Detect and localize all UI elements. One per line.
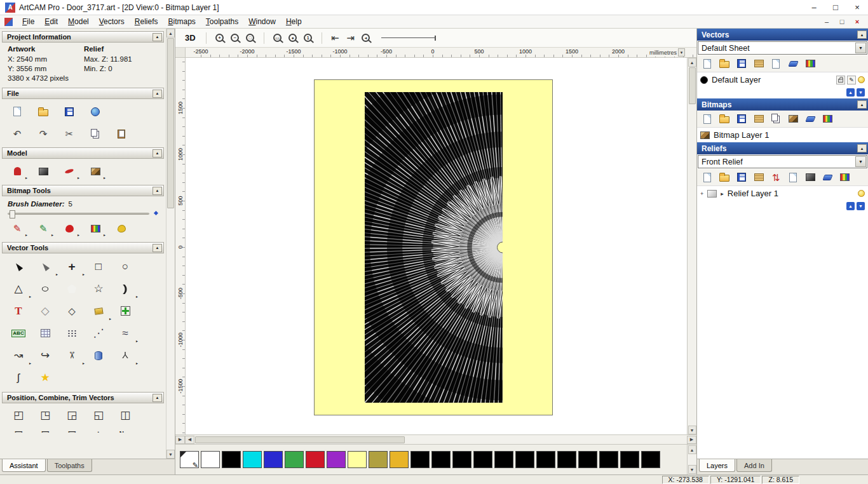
colour-swatch[interactable]	[473, 451, 492, 468]
collapse-icon[interactable]: ▲	[153, 33, 162, 41]
create-circle-icon[interactable]: ○	[112, 255, 139, 278]
colour-swatch[interactable]	[452, 451, 471, 468]
chevron-right-icon[interactable]: ▸	[721, 191, 724, 197]
colour-swatch[interactable]	[201, 451, 220, 468]
colour-swatch[interactable]	[494, 451, 513, 468]
colour-swatch[interactable]	[431, 451, 451, 468]
paste-icon[interactable]	[111, 124, 132, 144]
merge-vector-layers-icon[interactable]	[803, 57, 817, 70]
combine-weld-icon[interactable]: ⊞	[5, 425, 32, 433]
zoom-100-icon[interactable]: 1	[301, 30, 316, 46]
scroll-right-icon[interactable]: ▶	[687, 436, 696, 444]
vertical-scrollbar[interactable]: ▲ ▼	[687, 58, 696, 434]
invert-relief-icon[interactable]: ▸	[58, 161, 80, 181]
open-bitmap-icon[interactable]	[717, 112, 731, 125]
relief-layer-row[interactable]: + ▸ Relief Layer 1	[697, 186, 868, 201]
horizontal-scrollbar[interactable]: ▶ ◀ ▶	[175, 434, 696, 444]
transform-vectors-icon[interactable]: + ▸	[58, 255, 85, 278]
colour-reduce-icon[interactable]: ▸	[85, 218, 106, 238]
open-file-icon[interactable]	[717, 57, 731, 70]
zoom-box-icon[interactable]: □	[243, 30, 258, 46]
new-relief-layer-icon[interactable]	[786, 171, 800, 184]
fit-points-icon[interactable]: ⋰	[85, 322, 112, 344]
colour-swatch[interactable]	[243, 451, 262, 468]
fill-colour-icon[interactable]	[111, 218, 132, 238]
menu-window[interactable]: Window	[243, 16, 281, 27]
combine-intersect-icon[interactable]: ⊠	[58, 425, 85, 433]
select-vectors-icon[interactable]	[5, 255, 32, 278]
colour-swatch[interactable]	[390, 451, 409, 468]
dropdown-icon[interactable]: ▼	[855, 43, 866, 53]
colour-swatch[interactable]	[264, 451, 283, 468]
block-copy-icon[interactable]	[58, 322, 85, 344]
menu-toolpaths[interactable]: Toolpaths	[201, 16, 243, 27]
star-wizard-icon[interactable]: ★	[32, 366, 58, 389]
scroll-thumb[interactable]	[167, 38, 174, 208]
slice-vectors-icon[interactable]: ✂ ▸	[58, 344, 85, 366]
previous-bitmap-layer-icon[interactable]: ⇤	[328, 30, 343, 46]
colour-swatch[interactable]	[599, 451, 618, 468]
colour-swatch[interactable]	[348, 451, 367, 468]
cut-icon[interactable]: ✂	[58, 124, 80, 144]
collapse-icon[interactable]: ▲	[153, 149, 162, 158]
align-centre-icon[interactable]: ◫	[112, 405, 139, 424]
edit-layer-icon[interactable]: ✎	[847, 76, 856, 84]
scroll-down-icon[interactable]: ▼	[688, 465, 696, 474]
create-star-icon[interactable]: ☆	[85, 278, 112, 300]
primary-colour-swatch[interactable]: ✎	[180, 451, 199, 468]
menu-help[interactable]: Help	[281, 16, 307, 27]
slider-handle[interactable]	[10, 210, 15, 218]
tab-add-in[interactable]: Add In	[736, 459, 772, 472]
colour-swatch[interactable]	[410, 451, 430, 468]
colour-swatch[interactable]	[285, 451, 304, 468]
zoom-in-icon[interactable]: +	[212, 30, 227, 46]
relief-combobox[interactable]: Front Relief ▼	[698, 155, 867, 168]
paint-icon[interactable]: ✎ ▸	[6, 218, 28, 238]
menu-file[interactable]: File	[17, 16, 39, 27]
greyscale-preview-icon[interactable]	[32, 161, 54, 181]
collapse-icon[interactable]: ▲	[153, 90, 162, 98]
new-vector-layer-icon[interactable]	[769, 57, 783, 70]
text-frame-icon[interactable]	[32, 322, 58, 344]
save-model-icon[interactable]	[58, 102, 80, 121]
bisect-lines-icon[interactable]: Y ▸	[112, 344, 139, 366]
scroll-down-icon[interactable]: ▼	[166, 450, 175, 459]
mdi-close-button[interactable]: ×	[853, 18, 862, 25]
set-model-size-icon[interactable]: ▸	[6, 161, 28, 181]
paste-along-curve-icon[interactable]	[112, 300, 139, 322]
menu-edit[interactable]: Edit	[39, 16, 63, 27]
move-layer-up-icon[interactable]: ▲	[846, 202, 855, 210]
combine-subtract-icon[interactable]: ⊟	[32, 425, 58, 433]
scroll-thumb[interactable]	[689, 67, 696, 104]
next-bitmap-layer-icon[interactable]: ⇥	[343, 30, 358, 46]
colour-swatch[interactable]	[369, 451, 388, 468]
create-rectangle-icon[interactable]: □	[85, 255, 112, 278]
new-file-icon[interactable]	[700, 57, 714, 70]
menu-vectors[interactable]: Vectors	[94, 16, 130, 27]
copy-icon[interactable]	[85, 124, 106, 144]
align-left-icon[interactable]: ◰	[5, 405, 32, 424]
zoom-page-icon[interactable]: ▭	[270, 30, 285, 46]
move-layer-up-icon[interactable]: ▲	[846, 88, 855, 97]
delete-bitmap-layer-icon[interactable]	[803, 112, 817, 125]
merge-relief-layers-icon[interactable]	[837, 171, 851, 184]
scroll-up-icon[interactable]: ▲	[688, 445, 696, 454]
tab-layers[interactable]: Layers	[699, 459, 735, 472]
create-polygon-icon[interactable]	[58, 278, 85, 300]
colour-swatch[interactable]	[620, 451, 639, 468]
move-layer-down-icon[interactable]: ▼	[857, 88, 865, 97]
colour-swatch[interactable]	[306, 451, 325, 468]
vector-library-icon[interactable]	[752, 57, 766, 70]
menu-model[interactable]: Model	[63, 16, 94, 27]
save-bitmap-icon[interactable]	[735, 112, 749, 125]
paint-selective-icon[interactable]: ✎ ▸	[32, 218, 54, 238]
create-text-icon[interactable]: T	[5, 300, 32, 322]
scroll-down-icon[interactable]: ▼	[688, 426, 696, 434]
contrast-slider[interactable]	[381, 37, 435, 38]
menu-bitmaps[interactable]: Bitmaps	[163, 16, 200, 27]
maximize-button[interactable]: □	[825, 0, 846, 15]
save-file-icon[interactable]	[735, 57, 749, 70]
scroll-track[interactable]	[166, 37, 175, 450]
artwork-sheet[interactable]	[314, 79, 553, 415]
extrude-vectors-icon[interactable]	[85, 344, 112, 366]
